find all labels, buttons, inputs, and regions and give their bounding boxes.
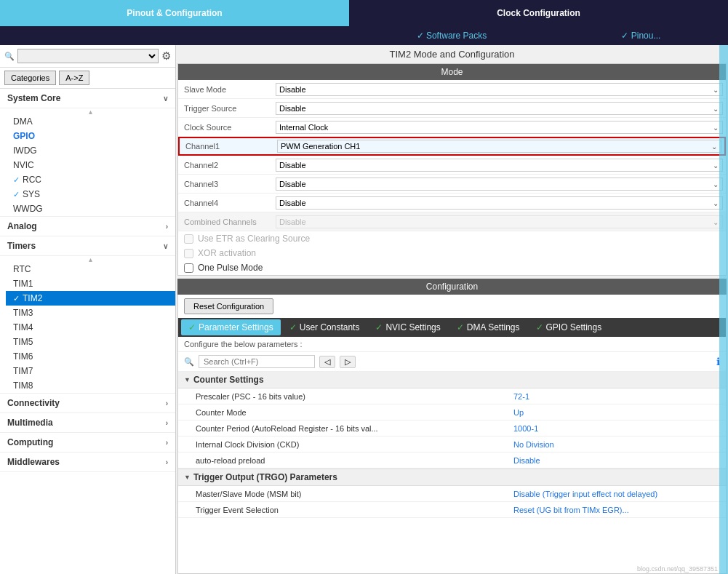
- sidebar-item-tim4[interactable]: TIM4: [6, 320, 175, 335]
- counter-period-value[interactable]: 1000-1: [508, 422, 726, 435]
- sidebar-item-tim5[interactable]: TIM5: [6, 335, 175, 349]
- trgo-collapse-icon: ▼: [184, 474, 191, 481]
- prescaler-name: Prescaler (PSC - 16 bits value): [178, 390, 508, 403]
- category-timers[interactable]: Timers ∨: [0, 236, 175, 256]
- counter-mode-value[interactable]: Up: [508, 406, 726, 419]
- param-row-msm: Master/Slave Mode (MSM bit) Disable (Tri…: [178, 486, 726, 502]
- sidebar-item-sys[interactable]: ✓SYS: [6, 187, 175, 202]
- channel3-select[interactable]: Disable: [276, 178, 723, 191]
- tim2-check: ✓: [13, 294, 20, 303]
- param-row-counter-period: Counter Period (AutoReload Register - 16…: [178, 420, 726, 437]
- msm-value[interactable]: Disable (Trigger input effect not delaye…: [508, 487, 726, 501]
- slave-mode-select[interactable]: Disable: [276, 83, 723, 96]
- sidebar-item-rtc[interactable]: RTC: [6, 262, 175, 276]
- trigger-event-name: Trigger Event Selection: [178, 503, 508, 517]
- param-row-ckd: Internal Clock Division (CKD) No Divisio…: [178, 437, 726, 453]
- clock-source-row: Clock Source Internal Clock ⌄: [178, 118, 726, 137]
- xor-row: XOR activation: [178, 246, 726, 260]
- category-multimedia[interactable]: Multimedia ›: [0, 413, 175, 433]
- sidebar-item-tim3[interactable]: TIM3: [6, 306, 175, 320]
- channel4-label: Channel4: [178, 196, 273, 210]
- tab-nvic-settings[interactable]: ✓ NVIC Settings: [368, 319, 447, 335]
- combined-channels-select[interactable]: Disable: [276, 215, 723, 228]
- param-search-icon: 🔍: [184, 357, 194, 367]
- category-middlewares[interactable]: Middlewares ›: [0, 453, 175, 472]
- tab-user-constants[interactable]: ✓ User Constants: [282, 319, 367, 335]
- mode-section: Mode Slave Mode Disable ⌄ Trigger Source…: [177, 63, 727, 276]
- separator2-icon: ▴: [89, 255, 92, 263]
- search-icon: 🔍: [4, 52, 15, 61]
- trigger-event-value[interactable]: Reset (UG bit from TIMx EGR)...: [508, 503, 726, 517]
- prev-result-button[interactable]: ◁: [319, 356, 335, 368]
- gpio-check: ✓: [536, 322, 543, 332]
- counter-collapse-icon: ▼: [184, 376, 191, 383]
- one-pulse-checkbox[interactable]: [184, 263, 193, 273]
- separator-icon: ▴: [89, 108, 92, 116]
- sidebar-item-dma[interactable]: DMA: [6, 114, 175, 129]
- category-connectivity[interactable]: Connectivity ›: [0, 393, 175, 413]
- clock-source-label: Clock Source: [178, 121, 273, 134]
- param-row-autoreload: auto-reload preload Disable: [178, 453, 726, 469]
- counter-settings-group-header[interactable]: ▼ Counter Settings: [178, 372, 726, 388]
- sidebar-item-tim6[interactable]: TIM6: [6, 349, 175, 364]
- clock-header: Clock Configuration: [349, 0, 728, 26]
- sidebar-item-tim8[interactable]: TIM8: [6, 378, 175, 393]
- msm-name: Master/Slave Mode (MSM bit): [178, 487, 508, 501]
- right-scrollbar[interactable]: [719, 45, 728, 574]
- category-system-core[interactable]: System Core ∨: [0, 89, 175, 108]
- user-constants-check: ✓: [289, 322, 297, 332]
- tab-atoz[interactable]: A->Z: [59, 71, 89, 85]
- config-section: Configuration Reset Configuration ✓ Para…: [177, 279, 727, 574]
- next-result-button[interactable]: ▷: [340, 356, 356, 368]
- sidebar-item-wwdg[interactable]: WWDG: [6, 202, 175, 216]
- xor-checkbox[interactable]: [184, 249, 193, 258]
- tab-parameter-settings[interactable]: ✓ Parameter Settings: [181, 319, 281, 335]
- channel4-row: Channel4 Disable ⌄: [178, 194, 726, 212]
- sidebar-item-iwdg[interactable]: IWDG: [6, 143, 175, 158]
- search-input[interactable]: [17, 49, 159, 63]
- channel1-select[interactable]: PWM Generation CH1: [277, 140, 721, 153]
- sidebar: 🔍 ⚙ Categories A->Z System Core ∨ ▴ DMA …: [0, 45, 176, 574]
- config-header: Configuration: [177, 279, 727, 295]
- param-row-prescaler: Prescaler (PSC - 16 bits value) 72-1: [178, 388, 726, 404]
- sidebar-item-rcc[interactable]: ✓RCC: [6, 172, 175, 187]
- sidebar-item-tim7[interactable]: TIM7: [6, 364, 175, 378]
- clock-source-select[interactable]: Internal Clock: [276, 121, 723, 134]
- param-search-input[interactable]: [199, 355, 315, 368]
- analog-arrow: ›: [166, 223, 168, 231]
- tab-dma-settings[interactable]: ✓ DMA Settings: [449, 319, 527, 335]
- category-computing[interactable]: Computing ›: [0, 433, 175, 453]
- param-settings-check: ✓: [188, 322, 196, 332]
- trigger-source-label: Trigger Source: [178, 102, 273, 115]
- channel4-select[interactable]: Disable: [276, 196, 723, 210]
- sidebar-item-nvic[interactable]: NVIC: [6, 158, 175, 172]
- sidebar-item-tim1[interactable]: TIM1: [6, 276, 175, 291]
- software-packs-link[interactable]: ✓ Software Packs: [417, 31, 487, 41]
- use-etr-checkbox[interactable]: [184, 234, 193, 244]
- param-info: Configure the below parameters :: [178, 337, 726, 352]
- tab-gpio-settings[interactable]: ✓ GPIO Settings: [529, 319, 609, 335]
- mode-header: Mode: [178, 64, 726, 80]
- channel2-select[interactable]: Disable: [276, 159, 723, 172]
- timers-arrow: ∨: [163, 242, 168, 250]
- category-analog[interactable]: Analog ›: [0, 216, 175, 236]
- one-pulse-row: One Pulse Mode: [178, 260, 726, 275]
- param-table: ▼ Counter Settings Prescaler (PSC - 16 b…: [178, 372, 726, 573]
- counter-period-name: Counter Period (AutoReload Register - 16…: [178, 422, 508, 435]
- content-area: TIM2 Mode and Configuration Mode Slave M…: [176, 45, 728, 574]
- autoreload-value[interactable]: Disable: [508, 454, 726, 467]
- combined-channels-label: Combined Channels: [178, 215, 273, 228]
- pinout-link[interactable]: ✓ Pinou...: [621, 31, 660, 41]
- ckd-name: Internal Clock Division (CKD): [178, 438, 508, 451]
- trigger-source-select[interactable]: Disable: [276, 102, 723, 115]
- middlewares-arrow: ›: [166, 458, 168, 466]
- sidebar-item-gpio[interactable]: GPIO: [6, 129, 175, 143]
- gear-icon[interactable]: ⚙: [161, 49, 171, 63]
- prescaler-value[interactable]: 72-1: [508, 390, 726, 403]
- use-etr-label: Use ETR as Clearing Source: [198, 234, 310, 244]
- tab-categories[interactable]: Categories: [4, 71, 56, 85]
- sidebar-item-tim2[interactable]: ✓ TIM2: [6, 291, 175, 306]
- reset-config-button[interactable]: Reset Configuration: [184, 298, 273, 314]
- trgo-group-header[interactable]: ▼ Trigger Output (TRGO) Parameters: [178, 469, 726, 486]
- ckd-value[interactable]: No Division: [508, 438, 726, 451]
